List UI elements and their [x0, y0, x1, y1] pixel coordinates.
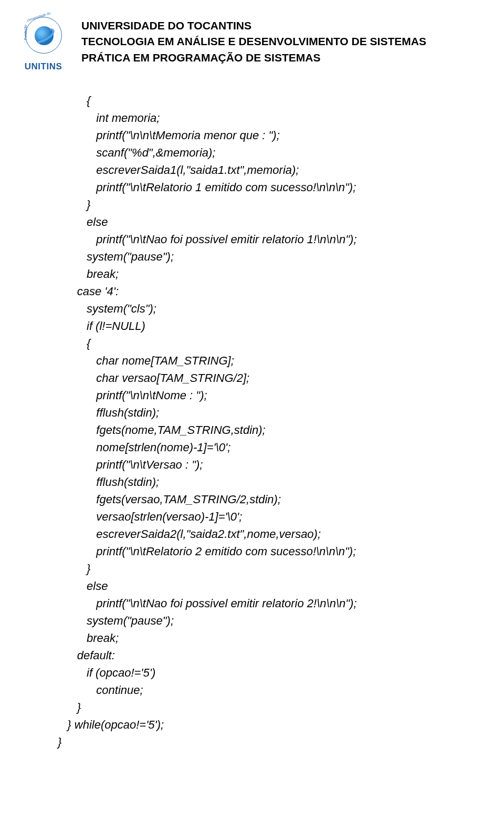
logo-brand-text: UNITINS [25, 61, 62, 72]
logo-emblem: Universidade do Fundação [20, 16, 67, 60]
document-header: Universidade do Fundação UNITINS UNIVERS… [16, 16, 467, 76]
header-titles: UNIVERSIDADE DO TOCANTINS TECNOLOGIA EM … [81, 16, 426, 66]
logo-globe-icon [34, 25, 55, 46]
institution-logo: Universidade do Fundação UNITINS [16, 16, 71, 76]
header-line-3: PRÁTICA EM PROGRAMAÇÃO DE SISTEMAS [81, 50, 426, 66]
logo-ring-text-left: Fundação [23, 25, 27, 40]
code-listing: { int memoria; printf("\n\n\tMemoria men… [16, 92, 467, 751]
header-line-1: UNIVERSIDADE DO TOCANTINS [81, 18, 426, 34]
header-line-2: TECNOLOGIA EM ANÁLISE E DESENVOLVIMENTO … [81, 34, 426, 49]
